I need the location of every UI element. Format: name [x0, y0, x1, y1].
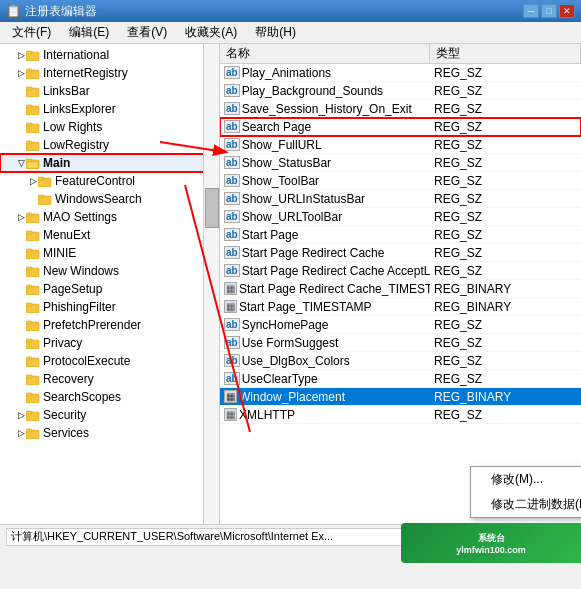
tree-item-internetregistry[interactable]: ▷ InternetRegistry: [0, 64, 204, 82]
tree-label: InternetRegistry: [43, 66, 128, 80]
reg-value-name: XMLHTTP: [239, 408, 295, 422]
table-row[interactable]: ab Use_DlgBox_Colors REG_SZ: [220, 352, 581, 370]
tree-item-services[interactable]: ▷ Services: [0, 424, 204, 442]
tree-scrollbar-thumb[interactable]: [205, 188, 219, 228]
table-row[interactable]: ab Start Page Redirect Cache AcceptLangs…: [220, 262, 581, 280]
row-type: REG_BINARY: [430, 282, 581, 296]
reg-type-icon-binary: ▦: [224, 390, 237, 403]
table-row[interactable]: ab Show_URLToolBar REG_SZ: [220, 208, 581, 226]
table-row[interactable]: ab Show_FullURL REG_SZ: [220, 136, 581, 154]
tree-label: ProtocolExecute: [43, 354, 130, 368]
context-menu[interactable]: 修改(M)... 修改二进制数据(B)...: [470, 466, 581, 518]
tree-label: LinksBar: [43, 84, 90, 98]
menu-edit[interactable]: 编辑(E): [61, 22, 117, 43]
tree-item-windowssearch[interactable]: WindowsSearch: [0, 190, 204, 208]
table-row[interactable]: ab Start Page Redirect Cache REG_SZ: [220, 244, 581, 262]
row-name: ab Show_FullURL: [220, 138, 430, 152]
context-menu-item-modify-binary[interactable]: 修改二进制数据(B)...: [471, 492, 581, 517]
tree-item-protocolexecute[interactable]: ProtocolExecute: [0, 352, 204, 370]
row-type: REG_SZ: [430, 246, 581, 260]
tree-item-menuext[interactable]: MenuExt: [0, 226, 204, 244]
svg-rect-44: [26, 429, 32, 432]
maximize-button[interactable]: □: [541, 4, 557, 18]
table-row[interactable]: ▦ XMLHTTP REG_SZ: [220, 406, 581, 424]
reg-type-icon: ab: [224, 138, 240, 151]
folder-icon: [26, 121, 40, 133]
tree-item-main[interactable]: ▽ Main: [0, 154, 204, 172]
table-row[interactable]: ▦ Start Page Redirect Cache_TIMESTAMP RE…: [220, 280, 581, 298]
row-name: ab Save_Session_History_On_Exit: [220, 102, 430, 116]
tree-label: Services: [43, 426, 89, 440]
table-row[interactable]: ▦ Start Page_TIMESTAMP REG_BINARY: [220, 298, 581, 316]
tree-scrollbar[interactable]: [203, 44, 219, 524]
folder-icon: [26, 211, 40, 223]
svg-rect-18: [38, 195, 44, 198]
folder-icon: [26, 139, 40, 151]
row-name: ab Start Page Redirect Cache AcceptLangs: [220, 264, 430, 278]
col-header-type: 类型: [430, 44, 581, 63]
folder-icon: [38, 193, 52, 205]
table-row[interactable]: ab UseClearType REG_SZ: [220, 370, 581, 388]
table-row[interactable]: ab Show_URLInStatusBar REG_SZ: [220, 190, 581, 208]
tree-item-prefetchprerender[interactable]: PrefetchPrerender: [0, 316, 204, 334]
tree-item-phishingfilter[interactable]: PhishingFilter: [0, 298, 204, 316]
tree-item-linksexplorer[interactable]: LinksExplorer: [0, 100, 204, 118]
reg-type-icon: ab: [224, 336, 240, 349]
table-row[interactable]: ab Save_Session_History_On_Exit REG_SZ: [220, 100, 581, 118]
folder-icon: [26, 67, 40, 79]
table-row[interactable]: ab Play_Animations REG_SZ: [220, 64, 581, 82]
tree-item-recovery[interactable]: Recovery: [0, 370, 204, 388]
svg-rect-20: [26, 213, 32, 216]
reg-value-name: Start Page Redirect Cache: [242, 246, 385, 260]
menu-bar: 文件(F) 编辑(E) 查看(V) 收藏夹(A) 帮助(H): [0, 22, 581, 44]
folder-icon: [26, 373, 40, 385]
expand-icon: ▷: [28, 176, 38, 186]
svg-rect-14: [27, 162, 38, 168]
menu-file[interactable]: 文件(F): [4, 22, 59, 43]
reg-type-icon-binary: ▦: [224, 408, 237, 421]
tree-item-featurecontrol[interactable]: ▷ FeatureControl: [0, 172, 204, 190]
close-button[interactable]: ✕: [559, 4, 575, 18]
reg-value-name: Start Page Redirect Cache_TIMESTAMP: [239, 282, 430, 296]
tree-item-privacy[interactable]: Privacy: [0, 334, 204, 352]
tree-item-maosettings[interactable]: ▷ MAO Settings: [0, 208, 204, 226]
folder-icon: [26, 427, 40, 439]
minimize-button[interactable]: ─: [523, 4, 539, 18]
reg-type-icon: ab: [224, 210, 240, 223]
tree-item-security[interactable]: ▷ Security: [0, 406, 204, 424]
row-name: ab Start Page: [220, 228, 430, 242]
tree-item-lowregistry[interactable]: LowRegistry: [0, 136, 204, 154]
table-row[interactable]: ab Start Page REG_SZ: [220, 226, 581, 244]
menu-help[interactable]: 帮助(H): [247, 22, 304, 43]
tree-item-international[interactable]: ▷ International: [0, 46, 204, 64]
tree-item-linksbar[interactable]: LinksBar: [0, 82, 204, 100]
context-menu-item-modify[interactable]: 修改(M)...: [471, 467, 581, 492]
watermark: 系统台 ylmfwin100.com: [401, 523, 581, 563]
svg-rect-11: [26, 141, 32, 144]
row-name: ▦ XMLHTTP: [220, 408, 430, 422]
menu-favorites[interactable]: 收藏夹(A): [177, 22, 245, 43]
table-row[interactable]: ab Show_StatusBar REG_SZ: [220, 154, 581, 172]
table-row[interactable]: ab Use FormSuggest REG_SZ: [220, 334, 581, 352]
tree-item-minie[interactable]: MINIE: [0, 244, 204, 262]
tree-item-newwindows[interactable]: New Windows: [0, 262, 204, 280]
reg-type-icon: ab: [224, 66, 240, 79]
menu-view[interactable]: 查看(V): [119, 22, 175, 43]
tree-item-searchscopes[interactable]: SearchScopes: [0, 388, 204, 406]
table-row[interactable]: ab Show_ToolBar REG_SZ: [220, 172, 581, 190]
table-row[interactable]: ab SyncHomePage REG_SZ: [220, 316, 581, 334]
app-title: 注册表编辑器: [25, 3, 97, 20]
reg-value-name: Start Page: [242, 228, 299, 242]
tree-item-lowrights[interactable]: Low Rights: [0, 118, 204, 136]
row-type: REG_SZ: [430, 228, 581, 242]
tree-item-pagesetup[interactable]: PageSetup: [0, 280, 204, 298]
table-row-window-placement[interactable]: ▦ Window_Placement REG_BINARY: [220, 388, 581, 406]
row-type: REG_SZ: [430, 336, 581, 350]
reg-value-name: Use FormSuggest: [242, 336, 339, 350]
row-name: ab Play_Animations: [220, 66, 430, 80]
folder-icon-open: [26, 157, 40, 169]
table-row-search-page[interactable]: ab Search Page REG_SZ: [220, 118, 581, 136]
tree-panel[interactable]: ▷ International ▷ InternetRegistry Links…: [0, 44, 220, 524]
row-name: ab UseClearType: [220, 372, 430, 386]
table-row[interactable]: ab Play_Background_Sounds REG_SZ: [220, 82, 581, 100]
